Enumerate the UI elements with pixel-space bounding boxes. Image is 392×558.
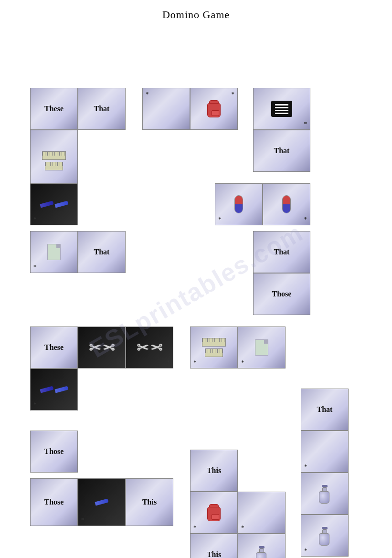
star-icon: * [241, 358, 244, 366]
tile-those-1: Those [253, 273, 310, 315]
tile-capsule-2: * [263, 183, 310, 225]
tile-star-1: * [142, 88, 190, 130]
tile-those-2: Those [30, 431, 78, 473]
tile-bottle-3: * [301, 515, 349, 557]
star-icon: * [33, 215, 37, 223]
ruler-container [42, 151, 66, 170]
star-icon: * [193, 524, 197, 531]
star-icon: * [33, 400, 37, 408]
star-icon: * [304, 120, 307, 127]
capsule-icon-1 [234, 195, 243, 213]
star-icon: * [119, 358, 123, 366]
scissors-icon-4: ✂ [150, 339, 162, 356]
tile-this-2: This [190, 534, 238, 558]
star-icon: * [33, 263, 37, 271]
tile-that-3: That [78, 231, 126, 273]
tile-label: That [94, 105, 110, 113]
pencil-icon-2 [54, 201, 68, 208]
tile-that-5: That [301, 389, 349, 431]
backpack-icon-2 [206, 504, 222, 521]
bottle-icon-3 [319, 527, 330, 544]
ruler-icon-2 [45, 162, 63, 170]
tile-label: That [94, 248, 110, 256]
scissors-container-1: ✂ ✂ [89, 339, 115, 356]
tile-label: This [207, 466, 221, 475]
tile-backpack-1: * [190, 88, 238, 130]
tile-ruler-1: * [30, 130, 78, 192]
bottle-icon-1 [319, 485, 330, 502]
tile-label: This [207, 550, 221, 558]
star-icon: * [218, 215, 222, 223]
tile-label: That [274, 248, 290, 256]
tile-these-1: These [30, 88, 78, 130]
tile-backpack-2: * [190, 492, 238, 534]
tile-these-2: These [30, 326, 78, 368]
tile-that-4: That [253, 231, 310, 273]
star-icon: * [167, 358, 170, 366]
tile-label: That [317, 405, 333, 414]
tile-this-3: This [126, 478, 173, 526]
star-icon: * [193, 358, 197, 366]
tile-book-1: * [253, 88, 310, 130]
pencils-icon-2 [40, 388, 68, 391]
tile-paper-2: * [238, 326, 286, 368]
ruler-icon-3 [202, 338, 226, 347]
tile-label: Those [44, 498, 64, 506]
scissors-icon-1: ✂ [89, 339, 101, 356]
tile-capsule-1: * [215, 183, 263, 225]
tile-bottle-2: * [238, 534, 286, 558]
page-title: Domino Game [0, 0, 392, 21]
tile-pencils-1: * [30, 183, 78, 225]
star-icon: * [241, 524, 244, 531]
tile-this-1: This [190, 450, 238, 492]
pencils-icon-3 [95, 500, 108, 504]
scissors-icon-3: ✂ [137, 339, 148, 356]
backpack-icon [206, 100, 222, 117]
tile-label: Those [44, 447, 64, 456]
paper-icon-2 [255, 339, 268, 356]
tile-scissors-2: ✂ ✂ * [126, 326, 173, 368]
pencil-icon-3 [40, 386, 53, 393]
tile-star-2: * [301, 431, 349, 473]
ruler-icon-4 [205, 348, 223, 357]
tile-pencils-2: * [30, 368, 78, 411]
paper-icon-1 [47, 244, 61, 260]
star-icon: * [304, 463, 307, 470]
book-icon [271, 101, 292, 117]
tile-label: These [44, 105, 64, 113]
tile-scissors-1: ✂ ✂ * [78, 326, 126, 368]
tile-that-2: That [253, 130, 310, 172]
star-icon: * [81, 516, 85, 524]
tile-label: That [274, 147, 290, 155]
pencil-icon-4 [54, 386, 68, 393]
scissors-icon-2: ✂ [103, 339, 115, 356]
pencil-icon-5 [95, 499, 108, 506]
tile-label: This [142, 498, 157, 506]
star-icon: * [304, 547, 307, 554]
tile-paper-1: * [30, 231, 78, 273]
star-icon: * [146, 90, 149, 98]
tile-staronly-2: * [238, 492, 286, 534]
tile-ruler-2: * [190, 326, 238, 368]
domino-board: These That * * * * That [0, 26, 392, 556]
star-icon: * [232, 90, 235, 98]
pencils-icon [40, 202, 68, 206]
tile-label: Those [272, 290, 292, 298]
tile-those-3: Those [30, 478, 78, 526]
tile-label: These [44, 343, 64, 352]
tile-bottle-1 [301, 473, 349, 515]
bottle-icon-2 [256, 546, 267, 558]
pencil-icon-1 [40, 201, 53, 208]
ruler-icon [42, 151, 66, 160]
star-icon: * [304, 215, 307, 223]
tile-that-1: That [78, 88, 126, 130]
capsule-icon-2 [282, 195, 291, 213]
tile-pencil-3: * [78, 478, 126, 526]
ruler-container-2 [202, 338, 226, 357]
scissors-container-2: ✂ ✂ [137, 339, 162, 356]
